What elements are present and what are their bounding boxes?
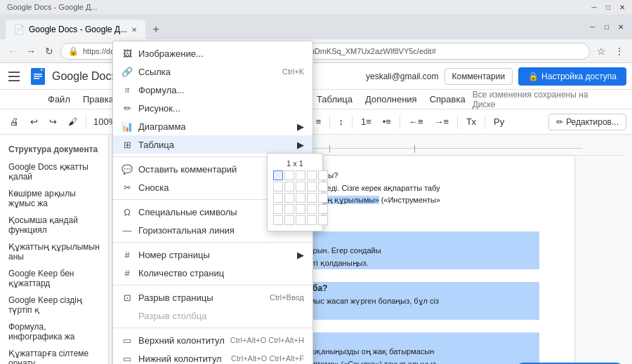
justify-btn[interactable]: ≡ [312,114,326,129]
footer-shortcut: Ctrl+Alt+O Ctrl+Alt+F [231,354,304,363]
bookmark-btn[interactable]: ☆ [594,44,608,58]
print-btn[interactable]: 🖨 [6,114,23,129]
grid-cell-3-1[interactable] [273,193,283,203]
grid-cell-3-4[interactable] [307,193,317,203]
separator-6 [352,115,353,129]
grid-cell-1-4[interactable] [307,170,317,180]
separator-9 [485,115,485,129]
grid-cell-2-1[interactable] [273,182,283,191]
decrease-indent-btn[interactable]: ←≡ [404,114,428,129]
grid-cell-4-2[interactable] [284,204,294,214]
insert-table-item[interactable]: ⊞ Таблица ▶ [113,135,312,154]
sidebar-item-7[interactable]: Құжаттарға сілтеме орнату [0,345,108,364]
insert-page-number-item[interactable]: # Номер страницы ▶ [113,245,312,264]
app-logo: Google Docs [28,67,120,86]
grid-cell-4-5[interactable] [318,204,328,214]
insert-page-count-item[interactable]: # Количество страниц [113,264,312,282]
tab-close-btn[interactable]: ✕ [131,26,137,34]
page-break-shortcut: Ctrl+Ввод [270,293,304,302]
grid-cell-4-1[interactable] [273,204,283,214]
paint-format-btn[interactable]: 🖌 [64,114,81,129]
table-grid[interactable] [273,170,317,225]
secure-icon: 🔒 [68,46,79,56]
hamburger-line-3 [8,80,20,81]
insert-page-count-label: Количество страниц [138,268,224,278]
more-btn[interactable]: ⋮ [612,44,626,58]
docs-logo-icon [28,67,48,86]
tab-title: Google Docs - Google Д... [29,25,127,34]
insert-footer-label: Нижний колонтитул [138,353,222,364]
insert-footer-item[interactable]: ▭ Нижний колонтитул Ctrl+Alt+O Ctrl+Alt+… [113,349,312,364]
redo-btn[interactable]: ↪ [45,114,61,129]
menu-addons[interactable]: Дополнения [360,91,423,107]
sidebar-item-2[interactable]: Қосымша қандай функциял [0,212,108,238]
menu-help[interactable]: Справка [424,91,471,107]
ruler-mark-2: │ [413,145,417,152]
grid-cell-2-5[interactable] [318,182,328,191]
line-spacing-btn[interactable]: ↕ [334,114,348,129]
menu-toggle-btn[interactable] [6,68,22,85]
sidebar: Структура документа Google Docs қжатты қ… [0,135,109,364]
grid-cell-5-4[interactable] [307,215,317,225]
sidebar-item-6[interactable]: Формула, инфографика жа [0,318,108,345]
grid-cell-1-1[interactable] [273,170,283,180]
grid-cell-2-2[interactable] [284,182,294,191]
share-access-btn[interactable]: 🔒 Настройка доступа [518,67,626,86]
grid-cell-3-2[interactable] [284,193,294,203]
grid-cell-3-5[interactable] [318,193,328,203]
back-btn[interactable]: ← [6,44,20,58]
insert-page-number-label: Номер страницы [138,250,210,260]
win-close[interactable]: ✕ [615,21,626,32]
grid-cell-5-2[interactable] [284,215,294,225]
sidebar-item-3[interactable]: Құжаттың құрылымын аны [0,238,108,265]
sidebar-item-0[interactable]: Google Docs қжатты қалай [0,159,108,185]
menu-file[interactable]: Файл [42,91,76,107]
browser-nav-bar: ← → ↻ 🔒 https://docs.google.com/document… [0,39,632,63]
clear-format-btn[interactable]: Тх [462,114,480,129]
input-tools-btn[interactable]: Ру [489,114,508,129]
grid-cell-4-3[interactable] [296,204,305,214]
win-minimize[interactable]: ─ [587,21,598,32]
reload-btn[interactable]: ↻ [42,44,56,58]
grid-cell-2-4[interactable] [307,182,317,191]
insert-special-chars-label: Специальные символы [138,207,237,217]
page-break-icon: ⊡ [121,292,133,303]
toolbar-right-section: yeskali@gmail.com Комментарии 🔒 Настройк… [366,67,626,86]
grid-cell-1-5[interactable] [318,170,328,180]
forward-btn[interactable]: → [24,44,38,58]
minimize-btn[interactable]: ─ [588,1,600,13]
comment-menu-icon: 💬 [121,163,133,175]
grid-cell-5-5[interactable] [318,215,328,225]
maximize-btn[interactable]: □ [603,1,614,13]
window-title: Google Docs - Google Д... [4,3,98,11]
close-btn[interactable]: ✕ [617,1,628,13]
insert-column-break-label: Разрыв столбца [138,311,206,321]
grid-cell-4-4[interactable] [307,204,317,214]
tab-list: 📄 Google Docs - Google Д... ✕ + [6,14,166,39]
ruler-mark: │ [328,145,332,152]
grid-cell-1-2[interactable] [284,170,294,180]
win-restore[interactable]: □ [601,21,612,32]
column-break-icon [121,310,133,321]
numbering-btn[interactable]: 1≡ [357,114,376,129]
insert-page-break-item[interactable]: ⊡ Разрыв страницы Ctrl+Ввод [113,288,312,306]
format-toolbar: 🖨 ↩ ↪ 🖌 100% 75% 125% 150% B I U A 🔗 💬 ≡… [0,109,632,135]
grid-cell-5-1[interactable] [273,215,283,225]
comments-btn[interactable]: Комментарии [445,68,513,85]
increase-indent-btn[interactable]: →≡ [430,114,454,129]
grid-cell-3-3[interactable] [296,193,305,203]
undo-btn[interactable]: ↩ [26,114,42,129]
active-tab[interactable]: 📄 Google Docs - Google Д... ✕ [6,20,145,39]
page-number-icon: # [121,249,133,260]
new-tab-btn[interactable]: + [145,20,166,39]
bullet-btn[interactable]: •≡ [378,114,395,129]
insert-header-item[interactable]: ▭ Верхний колонтитул Ctrl+Alt+O Ctrl+Alt… [113,331,312,349]
menu-table[interactable]: Таблица [311,91,358,107]
grid-cell-5-3[interactable] [296,215,305,225]
grid-cell-2-3[interactable] [296,182,305,191]
sidebar-item-1[interactable]: Көшірме арқылы жұмыс жа [0,185,108,212]
sidebar-item-5[interactable]: Google Keep сіздің түртіп қ [0,292,108,318]
edit-mode-btn[interactable]: ✏ Редактиров... [548,114,626,130]
sidebar-item-4[interactable]: Google Keep бен құжаттард [0,265,108,292]
grid-cell-1-3[interactable] [296,170,305,180]
